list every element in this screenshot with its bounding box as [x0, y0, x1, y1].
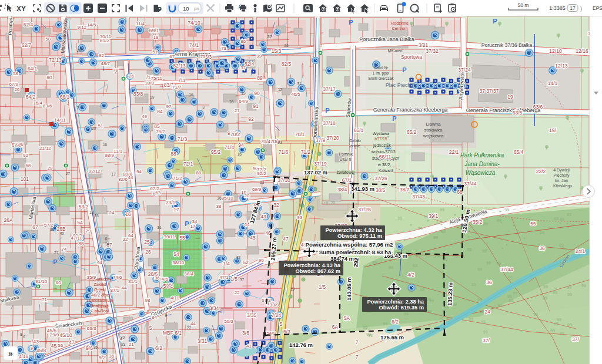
svg-text:14/5: 14/5: [87, 22, 96, 28]
svg-text:64: 64: [128, 233, 133, 238]
svg-text:92: 92: [23, 153, 28, 158]
svg-text:99: 99: [498, 304, 503, 308]
svg-text:50 m: 50 m: [518, 2, 529, 8]
svg-text:31/1: 31/1: [128, 279, 138, 284]
svg-text:9: 9: [165, 314, 167, 318]
svg-text:99: 99: [427, 309, 432, 314]
svg-text:Generała Franciszka Kleeberga: Generała Franciszka Kleeberga: [466, 107, 541, 113]
svg-text:71/3: 71/3: [178, 136, 188, 142]
svg-text:79/7: 79/7: [156, 129, 165, 134]
svg-text:6/2: 6/2: [392, 319, 399, 325]
svg-text:86: 86: [78, 241, 84, 247]
svg-text:35: 35: [94, 214, 99, 218]
svg-text:82/4: 82/4: [245, 61, 255, 67]
svg-text:99: 99: [256, 53, 262, 59]
svg-text:6: 6: [23, 335, 25, 339]
svg-text:37 37/37: 37 37/37: [479, 88, 499, 94]
svg-text:29: 29: [48, 166, 53, 171]
svg-text:63/6: 63/6: [533, 104, 543, 110]
svg-text:36: 36: [217, 196, 222, 200]
svg-text:9/2: 9/2: [99, 355, 106, 360]
svg-text:37/19: 37/19: [314, 161, 327, 167]
svg-text:99: 99: [567, 292, 572, 296]
svg-text:27: 27: [235, 108, 240, 113]
svg-text:37/43: 37/43: [412, 194, 425, 200]
svg-text:18: 18: [153, 35, 159, 40]
svg-text:P: P: [53, 258, 57, 265]
svg-text:stołówka: stołówka: [424, 127, 443, 133]
svg-text:27: 27: [54, 251, 59, 255]
svg-text:92: 92: [99, 53, 104, 58]
svg-text:75/11: 75/11: [151, 76, 163, 81]
svg-text:34: 34: [105, 242, 110, 246]
svg-text:11/1: 11/1: [113, 149, 123, 154]
svg-text:99: 99: [496, 261, 501, 265]
svg-text:99: 99: [420, 287, 424, 291]
svg-text:66: 66: [25, 163, 31, 168]
svg-text:46: 46: [265, 230, 271, 236]
svg-text:40: 40: [60, 231, 65, 235]
svg-text:99: 99: [581, 284, 586, 288]
svg-text:99: 99: [497, 218, 501, 223]
svg-text:65/1: 65/1: [354, 127, 364, 133]
svg-text:7: 7: [356, 354, 359, 360]
svg-text:39/11: 39/11: [163, 234, 175, 240]
svg-text:99: 99: [471, 282, 476, 287]
svg-text:48/2: 48/2: [91, 292, 101, 298]
svg-text:36: 36: [210, 75, 215, 79]
svg-text:45: 45: [250, 235, 256, 241]
svg-text:26A: 26A: [4, 217, 12, 223]
svg-text:7: 7: [356, 339, 359, 345]
svg-text:Obwód: 867.62 m: Obwód: 867.62 m: [296, 268, 340, 274]
svg-text:54: 54: [77, 220, 83, 225]
svg-text:P: P: [185, 220, 189, 227]
svg-text:71/2: 71/2: [173, 176, 182, 181]
svg-text:P: P: [493, 18, 497, 25]
svg-text:99: 99: [508, 276, 513, 280]
svg-text:EPSG: EPSG: [593, 5, 602, 11]
svg-text:82/13: 82/13: [173, 63, 186, 69]
svg-text:36: 36: [486, 279, 492, 285]
svg-text:19: 19: [290, 287, 295, 291]
svg-text:99: 99: [507, 294, 512, 298]
svg-text:1:3385: 1:3385: [549, 5, 566, 11]
svg-text:142.76 m: 142.76 m: [289, 342, 313, 348]
svg-text:71/4: 71/4: [225, 144, 235, 150]
svg-text:43: 43: [260, 214, 266, 220]
svg-text:74/10: 74/10: [188, 20, 200, 26]
svg-text:Suma powierzchni: 8.93 ha: Suma powierzchni: 8.93 ha: [319, 249, 392, 255]
svg-text:P: P: [349, 19, 353, 26]
svg-text:1/5: 1/5: [230, 276, 238, 282]
svg-text:101: 101: [21, 176, 29, 182]
svg-text:45/10: 45/10: [59, 332, 72, 338]
svg-text:1 im. ppor: 1 im. ppor: [373, 71, 390, 76]
svg-text:70/11: 70/11: [100, 34, 112, 39]
svg-text:24/1: 24/1: [576, 248, 586, 254]
svg-text:63: 63: [155, 190, 160, 196]
svg-text:90: 90: [254, 90, 260, 96]
svg-text:55: 55: [530, 221, 536, 227]
svg-text:37/17: 37/17: [323, 86, 336, 92]
svg-text:): ): [580, 6, 582, 12]
svg-text:37/32: 37/32: [426, 48, 439, 54]
svg-text:99: 99: [533, 312, 538, 316]
svg-text:99: 99: [543, 285, 548, 289]
svg-text:35/2: 35/2: [473, 219, 483, 225]
svg-text:20: 20: [245, 193, 250, 198]
svg-text:3/35: 3/35: [247, 312, 257, 318]
svg-text:44: 44: [128, 175, 133, 180]
svg-text:99: 99: [557, 318, 561, 322]
svg-text:7: 7: [132, 259, 135, 263]
svg-text:37: 37: [240, 65, 246, 70]
svg-text:38/7: 38/7: [400, 187, 410, 193]
svg-text:99: 99: [540, 231, 544, 235]
svg-text:35: 35: [93, 345, 98, 349]
svg-text:99: 99: [429, 299, 434, 303]
svg-text:67: 67: [32, 224, 38, 230]
svg-text:w 38/2,: w 38/2,: [377, 163, 392, 167]
svg-text:Analityczn: Analityczn: [91, 304, 109, 308]
svg-text:37/44: 37/44: [500, 267, 513, 272]
svg-text:53/2: 53/2: [79, 204, 89, 210]
svg-text:94: 94: [136, 169, 142, 174]
svg-text:92/2: 92/2: [257, 171, 266, 176]
